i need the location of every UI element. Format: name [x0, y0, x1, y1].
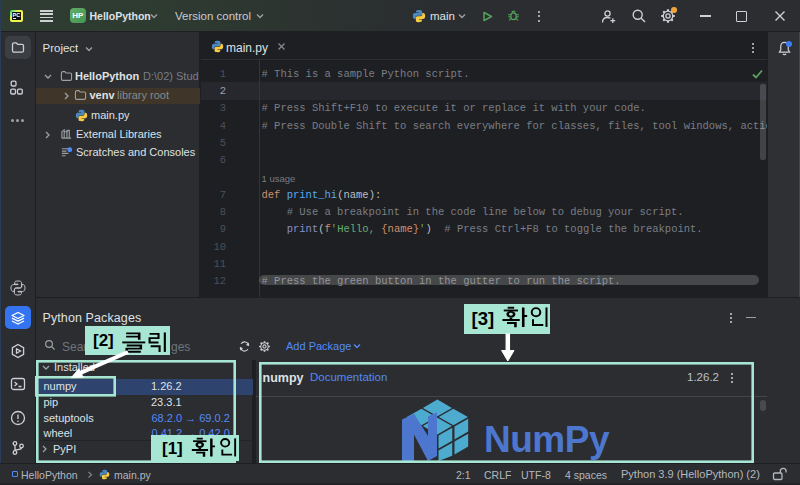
- svg-text:[3]: [3]: [472, 308, 495, 329]
- svg-text:[1]: [1]: [162, 439, 183, 458]
- svg-text:[2]: [2]: [93, 331, 114, 350]
